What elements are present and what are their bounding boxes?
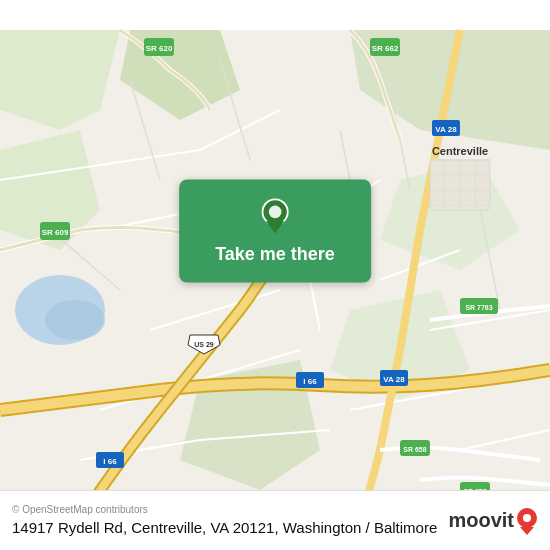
address-full: 14917 Rydell Rd, Centreville, VA 20121, … — [12, 519, 370, 536]
location-pin-icon — [257, 198, 293, 234]
svg-text:SR 7783: SR 7783 — [465, 304, 492, 311]
take-me-there-label: Take me there — [215, 244, 335, 265]
attribution: © OpenStreetMap contributors — [12, 504, 438, 515]
svg-marker-64 — [266, 221, 284, 234]
take-me-there-button[interactable]: Take me there — [179, 180, 371, 283]
svg-point-63 — [269, 206, 282, 219]
svg-text:US 29: US 29 — [194, 341, 214, 348]
svg-text:SR 662: SR 662 — [372, 44, 399, 53]
moovit-pin-icon — [516, 507, 538, 535]
bottom-bar: © OpenStreetMap contributors 14917 Rydel… — [0, 490, 550, 550]
map-container: SR 620 SR 662 SR 609 US 29 VA 28 VA 28 I… — [0, 0, 550, 550]
svg-text:I 66: I 66 — [103, 457, 117, 466]
svg-marker-67 — [520, 527, 534, 535]
svg-text:SR 620: SR 620 — [146, 44, 173, 53]
svg-point-9 — [45, 300, 105, 340]
moovit-logo: moovit — [448, 507, 538, 535]
bottom-info: © OpenStreetMap contributors 14917 Rydel… — [12, 504, 438, 538]
svg-text:VA 28: VA 28 — [435, 125, 457, 134]
attribution-text: © OpenStreetMap contributors — [12, 504, 148, 515]
svg-text:I 66: I 66 — [303, 377, 317, 386]
address-line2: Baltimore — [374, 519, 437, 536]
svg-text:VA 28: VA 28 — [383, 375, 405, 384]
svg-point-66 — [523, 514, 531, 522]
address-line: 14917 Rydell Rd, Centreville, VA 20121, … — [12, 517, 438, 538]
svg-text:SR 609: SR 609 — [42, 228, 69, 237]
svg-text:SR 658: SR 658 — [403, 446, 426, 453]
moovit-brand-text: moovit — [448, 509, 514, 532]
svg-text:Centreville: Centreville — [432, 145, 488, 157]
